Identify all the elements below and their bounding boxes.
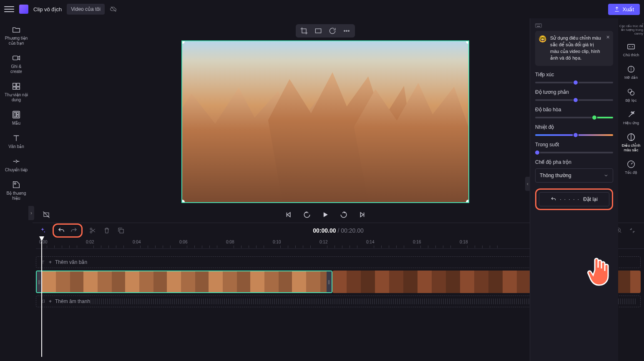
svg-point-19 [346,30,347,32]
sidebar-item-effects[interactable]: Hiệu ứng [619,108,643,128]
ruler-tick: 0:00 [39,240,47,244]
temperature-slider[interactable] [535,134,613,136]
ruler-tick: 0:06 [179,240,187,244]
collapse-panel-button[interactable]: ‹ [525,177,530,191]
crop-button[interactable] [300,27,308,35]
nav-label: Văn bản [8,144,24,149]
nav-label: Hiệu ứng [623,121,639,125]
svg-rect-7 [14,113,16,117]
left-sidebar: Phương tiện của bạn Ghi & create Thư việ… [0,18,33,361]
sidebar-item-media[interactable]: Phương tiện của bạn [2,23,30,48]
rotate-button[interactable] [328,27,337,35]
contrast-slider[interactable] [535,99,613,101]
preview-canvas[interactable] [181,40,469,203]
blend-mode-value: Thông thường [540,173,571,178]
opacity-slider[interactable] [535,152,613,153]
keyboard-icon[interactable] [535,23,542,28]
nav-label: Điều chỉnh màu sắc [622,143,641,152]
video-clip-selected[interactable]: |||| [36,271,332,293]
close-tip-button[interactable]: ✕ [606,34,610,41]
svg-rect-29 [536,25,537,25]
sidebar-item-record[interactable]: Ghi & create [2,51,30,77]
sidebar-item-fade[interactable]: Mờ dần [619,62,643,82]
chevron-down-icon [604,173,609,178]
clip-grip-right[interactable]: || [327,271,332,292]
ruler-tick: 0:14 [366,240,374,244]
undo-redo-highlight [53,223,83,238]
ruler-tick: 0:10 [273,240,281,244]
properties-panel: ‹ 🤓 ✕ Sử dụng điều chỉnh màu sắc để sửa … [530,18,618,361]
add-audio-label: Thêm âm thanh [55,298,90,304]
resize-handle[interactable] [466,200,469,203]
sidebar-item-color-adjust[interactable]: Điều chỉnh màu sắc [619,130,643,155]
exposure-slider[interactable] [535,82,613,83]
svg-rect-11 [628,45,635,49]
svg-point-14 [630,91,634,95]
slider-thumb[interactable] [573,97,579,103]
svg-rect-5 [17,87,20,90]
effects-icon [626,110,636,119]
slider-thumb[interactable] [591,115,597,120]
exposure-label: Tiếp xúc [535,72,613,78]
svg-point-20 [348,30,350,32]
slider-thumb[interactable] [573,80,579,85]
sidebar-item-transitions[interactable]: Chuyển tiếp [2,154,30,175]
redo-icon [70,227,78,234]
crop-icon [300,27,308,35]
svg-point-10 [14,183,16,184]
fit-timeline-button[interactable] [628,226,636,235]
safe-zone-button[interactable] [43,211,50,218]
nav-label: Tốc độ [625,170,637,175]
redo-button[interactable] [70,226,78,235]
forward-button[interactable] [339,210,348,219]
sidebar-item-speed[interactable]: Tốc độ [619,157,643,177]
svg-point-13 [628,89,632,93]
sidebar-item-brand[interactable]: Bộ thương hiệu [2,178,30,203]
trash-icon [103,227,111,234]
transition-icon [12,157,21,166]
sidebar-item-text[interactable]: Văn bản [2,131,30,152]
undo-button[interactable] [57,226,65,235]
fit-button[interactable] [314,27,322,35]
more-button[interactable] [342,27,351,35]
playhead-line [41,241,42,357]
blend-mode-label: Chế độ pha trộn [535,159,613,165]
project-title[interactable]: Clip vô địch [33,6,62,13]
tab-my-videos[interactable]: Video của tôi [67,4,105,15]
tip-emoji-icon: 🤓 [538,34,547,44]
svg-point-18 [344,30,345,32]
saturation-slider[interactable] [535,117,613,118]
slider-thumb[interactable] [573,132,579,138]
nav-label: Chuyển tiếp [5,168,28,172]
export-button[interactable]: Xuất [608,4,640,15]
blend-mode-dropdown[interactable]: Thông thường [535,168,613,183]
contrast-icon [626,133,636,142]
svg-rect-3 [17,83,20,86]
delete-button[interactable] [103,226,111,235]
sidebar-item-filters[interactable]: Bộ lọc [619,85,643,105]
slider-thumb[interactable] [534,150,540,155]
duplicate-button[interactable] [117,226,125,235]
undo-icon [58,227,65,234]
sidebar-item-library[interactable]: Thư viện nội dung [2,79,30,105]
next-frame-button[interactable] [357,210,367,219]
split-button[interactable] [88,226,97,235]
svg-rect-4 [13,87,16,90]
ruler-tick: 0:04 [133,240,141,244]
sidebar-item-templates[interactable]: Mẫu [2,108,30,128]
rewind-button[interactable] [302,210,312,219]
ai-button[interactable] [38,226,47,235]
sidebar-item-captions[interactable]: Chú thích [619,40,643,60]
play-button[interactable] [321,210,330,219]
menu-button[interactable] [4,4,14,14]
nav-label: Bộ thương hiệu [7,191,26,201]
ruler-tick: 0:12 [319,240,327,244]
svg-rect-2 [13,83,16,86]
nav-label: Ghi & create [10,64,22,74]
prev-frame-button[interactable] [284,210,293,219]
project-icon [19,5,28,14]
svg-rect-32 [540,25,540,25]
text-icon [12,133,21,143]
tip-text: Sử dụng điều chỉnh màu sắc để sửa đổi gi… [550,35,601,60]
reset-button[interactable]: · · · · · Đặt lại [539,192,609,206]
